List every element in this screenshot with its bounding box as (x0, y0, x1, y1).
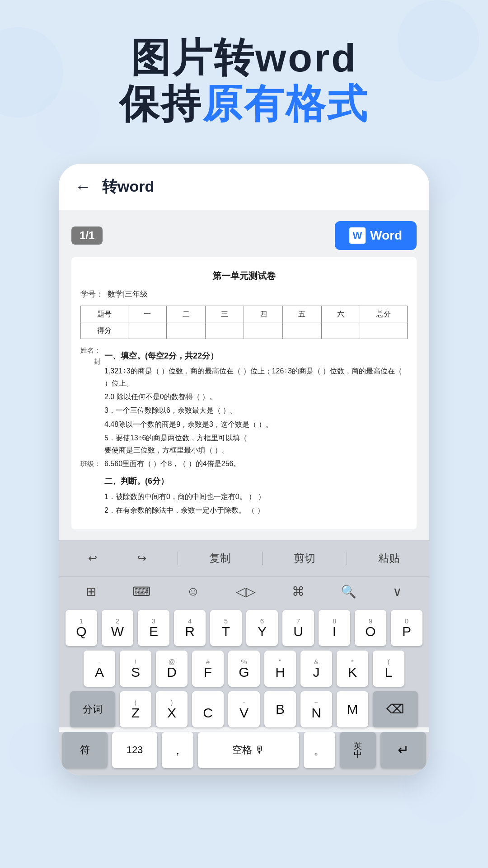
section1-item6: 6.560里面有（ ）个8，（ ）的4倍是256。 (104, 458, 408, 470)
keyboard-icon-search[interactable]: 🔍 (334, 581, 363, 602)
table-cell (128, 322, 167, 339)
table-cell: 总分 (360, 306, 408, 322)
keyboard-bottom-row: 符 123 ， 空格 🎙 。 英 中 ↵ (59, 732, 429, 775)
header-line2-before: 保持 (119, 81, 202, 126)
page-controls: 1/1 W Word (71, 221, 417, 250)
table-cell: 题号 (81, 306, 128, 322)
table-cell: 四 (244, 306, 283, 322)
key-x[interactable]: )X (156, 691, 188, 727)
key-l[interactable]: (L (373, 651, 404, 687)
key-s[interactable]: !S (120, 651, 151, 687)
toolbar-copy[interactable]: 复制 (200, 547, 240, 569)
key-o[interactable]: 9O (355, 610, 386, 646)
key-y[interactable]: 6Y (246, 610, 278, 646)
meta-label-xuehao: 学号： (80, 288, 108, 301)
key-v[interactable]: -V (228, 691, 260, 727)
keyboard-row2: -A !S @D #F %G "H &J *K (L (62, 651, 426, 687)
document-area: 1/1 W Word 第一单元测试卷 学号： 数学|三年级 题号 一 二 三 四 (59, 210, 429, 540)
key-period[interactable]: 。 (304, 732, 335, 768)
keyboard-row3: 分词 (Z )X _C -V B ~N M ⌫ (62, 691, 426, 727)
key-delete[interactable]: ⌫ (373, 691, 418, 727)
nav-title: 转word (102, 176, 154, 197)
header-line1: 图片转word (27, 36, 461, 80)
toolbar-paste[interactable]: 粘贴 (369, 547, 409, 569)
table-cell (205, 322, 244, 339)
table-cell: 六 (321, 306, 360, 322)
word-icon: W (349, 227, 366, 244)
table-cell (167, 322, 206, 339)
key-m[interactable]: M (337, 691, 368, 727)
toolbar-redo[interactable]: ↪ (128, 548, 155, 568)
table-cell (360, 322, 408, 339)
toolbar-separator1 (178, 552, 178, 565)
section1-item4: 4.48除以一个数的商是9，余数是3，这个数是（ ）。 (104, 419, 408, 430)
keyboard-row1: 1Q 2W 3E 4R 5T 6Y 7U 8I 9O 0P (62, 610, 426, 646)
doc-meta-row: 学号： 数学|三年级 (80, 288, 408, 301)
key-b[interactable]: B (264, 691, 296, 727)
keyboard-icon-grid[interactable]: ⊞ (80, 581, 103, 602)
key-q[interactable]: 1Q (66, 610, 97, 646)
section1-item3: 3．一个三位数除以6，余数最大是（ ）。 (104, 405, 408, 416)
key-z[interactable]: (Z (120, 691, 151, 727)
key-h[interactable]: "H (264, 651, 296, 687)
key-lang-switch[interactable]: 英 中 (340, 732, 376, 768)
table-cell: 三 (205, 306, 244, 322)
key-fenchi[interactable]: 分词 (70, 691, 115, 727)
key-comma[interactable]: ， (162, 732, 193, 768)
key-w[interactable]: 2W (102, 610, 133, 646)
keyboard-icon-keyboard[interactable]: ⌨ (126, 581, 157, 602)
keyboard-icons-row: ⊞ ⌨ ☺ ◁▷ ⌘ 🔍 ∨ (59, 576, 429, 606)
key-e[interactable]: 3E (138, 610, 169, 646)
key-p[interactable]: 0P (391, 610, 422, 646)
section1-heading: 一、填空。(每空2分，共22分） (104, 349, 408, 363)
header-line2: 保持原有格式 (27, 80, 461, 128)
back-button[interactable]: ← (75, 177, 91, 196)
key-enter[interactable]: ↵ (380, 732, 426, 768)
toolbar-cut[interactable]: 剪切 (285, 547, 324, 569)
keyboard-icon-emoji[interactable]: ☺ (180, 581, 206, 601)
section2-item1: 1．被除数的中间有0，商的中间也一定有0。 ） ） (104, 491, 408, 503)
key-a[interactable]: -A (84, 651, 115, 687)
doc-title: 第一单元测试卷 (80, 268, 408, 283)
sidebar-name-label: 姓名：封 (80, 344, 103, 458)
keyboard-icon-link[interactable]: ⌘ (286, 581, 311, 602)
key-fu[interactable]: 符 (62, 732, 108, 768)
key-d[interactable]: @D (156, 651, 188, 687)
word-export-button[interactable]: W Word (335, 221, 417, 250)
key-j[interactable]: &J (300, 651, 332, 687)
section1-item1: 1.321÷3的商是（ ）位数，商的最高位在（ ）位上；126÷3的商是（ ）位… (104, 365, 408, 389)
table-cell: 一 (128, 306, 167, 322)
section2-heading: 二、判断。(6分） (104, 474, 408, 488)
key-123[interactable]: 123 (112, 732, 157, 768)
score-table: 题号 一 二 三 四 五 六 总分 得分 (80, 306, 408, 339)
section2-wrapper: 班级： 6.560里面有（ ）个8，（ ）的4倍是256。 二、判断。(6分） … (80, 458, 408, 519)
keyboard-icon-collapse[interactable]: ∨ (386, 581, 408, 602)
key-t[interactable]: 5T (210, 610, 242, 646)
key-c[interactable]: _C (192, 691, 224, 727)
phone-mockup: ← 转word 1/1 W Word 第一单元测试卷 学号： 数学|三年级 题号… (59, 164, 429, 775)
table-cell: 得分 (81, 322, 128, 339)
header-line2-blue: 原有格式 (202, 81, 369, 126)
section1-content: 一、填空。(每空2分，共22分） 1.321÷3的商是（ ）位数，商的最高位在（… (104, 344, 408, 458)
table-cell (321, 322, 360, 339)
key-space[interactable]: 空格 🎙 (198, 732, 299, 768)
key-g[interactable]: %G (228, 651, 260, 687)
toolbar-undo[interactable]: ↩ (79, 548, 106, 568)
keyboard-toolbar: ↩ ↪ 复制 剪切 粘贴 (59, 540, 429, 576)
document-content: 第一单元测试卷 学号： 数学|三年级 题号 一 二 三 四 五 六 总分 (71, 257, 417, 529)
page-badge: 1/1 (71, 226, 103, 245)
keyboard-icon-cursor[interactable]: ◁▷ (230, 581, 262, 602)
table-cell: 二 (167, 306, 206, 322)
table-cell (244, 322, 283, 339)
key-k[interactable]: *K (337, 651, 368, 687)
key-r[interactable]: 4R (174, 610, 206, 646)
section1-item2: 2.0 除以任何不是0的数都得（ ）。 (104, 391, 408, 403)
section2-content: 6.560里面有（ ）个8，（ ）的4倍是256。 二、判断。(6分） 1．被除… (104, 458, 408, 519)
table-cell: 五 (283, 306, 322, 322)
toolbar-separator3 (347, 552, 347, 565)
section1-item5: 5．要使13÷6的商是两位数，方框里可以填（要使商是三位数，方框里最小填（ ）。 (104, 432, 408, 456)
key-i[interactable]: 8I (319, 610, 350, 646)
key-f[interactable]: #F (192, 651, 224, 687)
key-n[interactable]: ~N (300, 691, 332, 727)
key-u[interactable]: 7U (282, 610, 314, 646)
